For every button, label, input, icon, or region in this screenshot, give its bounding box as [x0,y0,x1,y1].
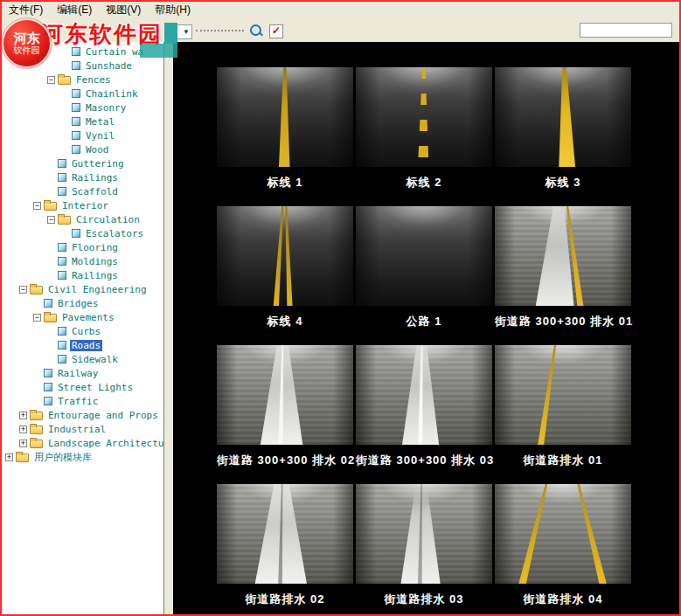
minus-toggle-icon[interactable]: − [33,314,41,322]
tree-item-label: Wood [84,144,111,156]
module-icon [72,131,80,140]
tree-item-22[interactable]: Sidewalk [2,352,163,366]
tree-indent [33,401,44,402]
module-icon [72,145,80,154]
tree-item-10[interactable]: Scaffold [2,184,163,198]
menu-view[interactable]: 视图(V) [99,2,148,18]
module-icon [72,103,80,112]
tree-item-label: Flooring [70,242,120,253]
tree-item-26[interactable]: +Entourage and Props [2,408,163,422]
tree-item-12[interactable]: −Circulation [2,212,163,226]
tree-item-27[interactable]: +Industrial [2,422,163,436]
thumbnail-label: 标线 1 [217,176,353,190]
street-gutter-yellow-right-thumbnail[interactable] [495,206,631,306]
asphalt-wide-yellow-line-thumbnail[interactable] [495,67,631,167]
tree-item-4[interactable]: Masonry [2,100,163,114]
tree-item-24[interactable]: Street Lights [2,380,163,394]
tree-item-18[interactable]: Bridges [2,296,163,310]
street-yellow-both-thumbnail[interactable] [495,484,631,584]
tree-item-label: Vynil [84,130,116,142]
grid-item-10[interactable]: 街道路排水 03 [356,484,492,606]
minus-toggle-icon[interactable]: − [47,76,55,84]
street-gutter-wide-thumbnail[interactable] [217,484,353,584]
street-gutter-center-2-thumbnail[interactable] [356,345,492,445]
module-icon [58,355,66,363]
module-icon [58,243,66,252]
menu-edit[interactable]: 编辑(E) [50,2,99,18]
tree-item-label: Landscape Architectu [46,438,163,449]
asphalt-dashed-yellow-line-thumbnail[interactable] [356,67,492,167]
tree-item-3[interactable]: Chainlink [2,87,163,100]
folder-icon [30,440,43,448]
tree-item-28[interactable]: +Landscape Architectu [2,436,163,450]
thumbnail-label: 公路 1 [356,315,492,329]
grid-item-4[interactable]: 公路 1 [356,206,492,329]
tree-indent [61,121,72,122]
street-yellow-left-thumbnail[interactable] [495,345,631,445]
tree-item-13[interactable]: Escalators [2,226,163,240]
grid-item-8[interactable]: 街道路排水 01 [495,345,631,467]
tree-item-14[interactable]: Flooring [2,240,163,254]
grid-item-1[interactable]: 标线 2 [356,67,492,190]
minus-toggle-icon[interactable]: − [47,216,55,224]
menu-help[interactable]: 帮助(H) [148,2,198,18]
module-icon [58,187,66,196]
tree-item-21[interactable]: Roads [2,338,163,352]
tree-indent [61,52,72,52]
thumbnail-label: 标线 2 [356,176,492,190]
check-icon[interactable]: ✓ [269,24,283,38]
minus-toggle-icon[interactable]: − [33,202,41,210]
grid-item-2[interactable]: 标线 3 [495,67,631,190]
tree-item-8[interactable]: Guttering [2,156,163,170]
grid-item-6[interactable]: 街道路 300+300 排水 02 [217,345,353,467]
search-input[interactable] [580,23,672,38]
tree-item-20[interactable]: Curbs [2,324,163,338]
tree-item-11[interactable]: −Interior [2,198,163,212]
tree-item-17[interactable]: −Civil Engineering [2,282,163,296]
tree-item-5[interactable]: Metal [2,114,163,128]
tree-item-16[interactable]: Railings [2,268,163,282]
watermark-teal-block [164,23,177,44]
grid-item-11[interactable]: 街道路排水 04 [495,484,631,606]
module-icon [44,383,52,391]
street-gutter-narrow-thumbnail[interactable] [356,484,492,584]
street-gutter-center-thumbnail[interactable] [217,345,353,445]
plus-toggle-icon[interactable]: + [5,453,13,461]
menu-file[interactable]: 文件(F) [2,2,50,18]
tree-item-23[interactable]: Railway [2,366,163,380]
tree-item-19[interactable]: −Pavements [2,310,163,324]
tree-item-label: Railings [70,172,120,183]
plus-toggle-icon[interactable]: + [19,412,27,419]
magnifier-handle [259,32,263,37]
asphalt-plain-thumbnail[interactable] [356,206,492,306]
asphalt-solid-yellow-line-thumbnail[interactable] [217,67,353,167]
tree-item-2[interactable]: −Fences [2,73,163,87]
plus-toggle-icon[interactable]: + [19,426,27,433]
module-icon [72,229,80,238]
module-icon [58,271,66,280]
plus-toggle-icon[interactable]: + [19,440,27,447]
grid-item-3[interactable]: 标线 4 [217,206,353,329]
tree-item-7[interactable]: Wood [2,142,163,156]
grid-item-9[interactable]: 街道路排水 02 [217,484,353,606]
tree[interactable]: Curtain waSunshade−FencesChainlinkMasonr… [2,42,164,614]
grid-item-7[interactable]: 街道路 300+300 排水 03 [356,345,492,467]
tree-indent [61,93,72,94]
folder-icon [58,76,71,85]
tree-item-6[interactable]: Vynil [2,128,163,142]
tree-item-25[interactable]: Traffic [2,394,163,408]
thumbnail-label: 街道路排水 01 [495,453,631,467]
tree-item-15[interactable]: Moldings [2,254,163,268]
grid-item-0[interactable]: 标线 1 [217,67,353,190]
tree-indent [47,359,58,360]
asphalt-double-yellow-line-thumbnail[interactable] [217,206,353,306]
module-icon [44,299,52,308]
minus-toggle-icon[interactable]: − [19,286,27,294]
magnifier-icon[interactable] [250,24,263,38]
grid-item-5[interactable]: 街道路 300+300 排水 01 [495,206,631,329]
tree-item-label: Roads [70,340,102,351]
tree-item-9[interactable]: Railings [2,170,163,184]
tree-indent [33,387,44,388]
tree-item-label: Guttering [70,158,126,170]
tree-item-29[interactable]: +用户的模块库 [2,450,163,464]
